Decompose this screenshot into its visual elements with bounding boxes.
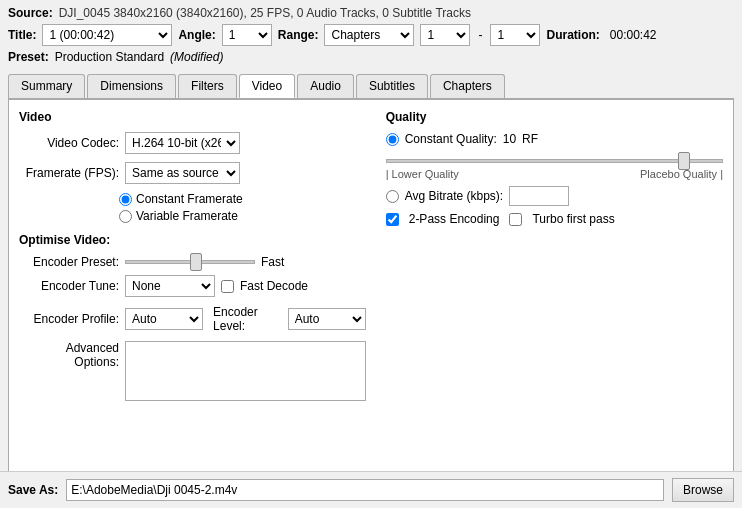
tab-summary[interactable]: Summary xyxy=(8,74,85,98)
constant-framerate-radio[interactable] xyxy=(119,193,132,206)
preset-value: Production Standard xyxy=(55,50,164,64)
variable-framerate-label: Variable Framerate xyxy=(136,209,238,223)
optimise-title: Optimise Video: xyxy=(19,233,366,247)
video-section-title: Video xyxy=(19,110,366,124)
rf-label: RF xyxy=(522,132,538,146)
optimise-section: Optimise Video: Encoder Preset: Fast Enc… xyxy=(19,233,366,401)
two-pass-label: 2-Pass Encoding xyxy=(409,212,500,226)
preset-modifier: (Modified) xyxy=(170,50,223,64)
codec-label: Video Codec: xyxy=(19,136,119,150)
quality-title: Quality xyxy=(386,110,723,124)
tab-chapters[interactable]: Chapters xyxy=(430,74,505,98)
source-label: Source: xyxy=(8,6,53,20)
turbo-checkbox[interactable] xyxy=(509,213,522,226)
avg-bitrate-radio[interactable] xyxy=(386,190,399,203)
tab-filters[interactable]: Filters xyxy=(178,74,237,98)
tab-video[interactable]: Video xyxy=(239,74,295,98)
encoder-preset-label: Encoder Preset: xyxy=(19,255,119,269)
advanced-options-input[interactable] xyxy=(125,341,366,401)
constant-framerate-label: Constant Framerate xyxy=(136,192,243,206)
fps-label: Framerate (FPS): xyxy=(19,166,119,180)
tab-audio[interactable]: Audio xyxy=(297,74,354,98)
range-start-select[interactable]: 1 xyxy=(420,24,470,46)
encoder-profile-label: Encoder Profile: xyxy=(19,312,119,326)
title-select[interactable]: 1 (00:00:42) xyxy=(42,24,172,46)
encoder-level-select[interactable]: Auto xyxy=(288,308,366,330)
range-label: Range: xyxy=(278,28,319,42)
save-as-label: Save As: xyxy=(8,483,58,497)
constant-quality-value: 10 xyxy=(503,132,516,146)
tab-dimensions[interactable]: Dimensions xyxy=(87,74,176,98)
variable-framerate-radio[interactable] xyxy=(119,210,132,223)
advanced-options-label: Advanced Options: xyxy=(19,341,119,369)
framerate-radio-group: Constant Framerate Variable Framerate xyxy=(119,192,366,223)
encoder-level-label: Encoder Level: xyxy=(213,305,282,333)
avg-bitrate-label: Avg Bitrate (kbps): xyxy=(405,189,503,203)
fps-select[interactable]: Same as source xyxy=(125,162,240,184)
encoder-preset-fast: Fast xyxy=(261,255,284,269)
video-section: Video Video Codec: H.264 10-bit (x264 Fr… xyxy=(19,110,366,409)
turbo-label: Turbo first pass xyxy=(532,212,614,226)
tab-subtitles[interactable]: Subtitles xyxy=(356,74,428,98)
angle-label: Angle: xyxy=(178,28,215,42)
duration-value: 00:00:42 xyxy=(610,28,657,42)
quality-section: Quality Constant Quality: 10 RF | Lower … xyxy=(386,110,723,409)
duration-label: Duration: xyxy=(546,28,599,42)
constant-quality-label: Constant Quality: xyxy=(405,132,497,146)
encoder-tune-label: Encoder Tune: xyxy=(19,279,119,293)
quality-slider[interactable] xyxy=(386,159,723,163)
bottom-bar: Save As: Browse xyxy=(0,471,742,508)
save-as-input[interactable] xyxy=(66,479,664,501)
range-select[interactable]: Chapters Seconds Frames xyxy=(324,24,414,46)
fast-decode-checkbox[interactable] xyxy=(221,280,234,293)
tabs-bar: Summary Dimensions Filters Video Audio S… xyxy=(8,74,734,99)
title-label: Title: xyxy=(8,28,36,42)
range-end-select[interactable]: 1 xyxy=(490,24,540,46)
encoder-preset-slider[interactable] xyxy=(125,260,255,264)
angle-select[interactable]: 1 xyxy=(222,24,272,46)
encoder-profile-select[interactable]: Auto xyxy=(125,308,203,330)
codec-select[interactable]: H.264 10-bit (x264 xyxy=(125,132,240,154)
two-pass-checkbox[interactable] xyxy=(386,213,399,226)
avg-bitrate-input[interactable] xyxy=(509,186,569,206)
range-dash: - xyxy=(478,28,482,42)
source-value: DJI_0045 3840x2160 (3840x2160), 25 FPS, … xyxy=(59,6,471,20)
constant-quality-radio[interactable] xyxy=(386,133,399,146)
main-panel: Video Video Codec: H.264 10-bit (x264 Fr… xyxy=(8,99,734,477)
fast-decode-label: Fast Decode xyxy=(240,279,308,293)
encoder-tune-select[interactable]: None xyxy=(125,275,215,297)
browse-button[interactable]: Browse xyxy=(672,478,734,502)
preset-label: Preset: xyxy=(8,50,49,64)
